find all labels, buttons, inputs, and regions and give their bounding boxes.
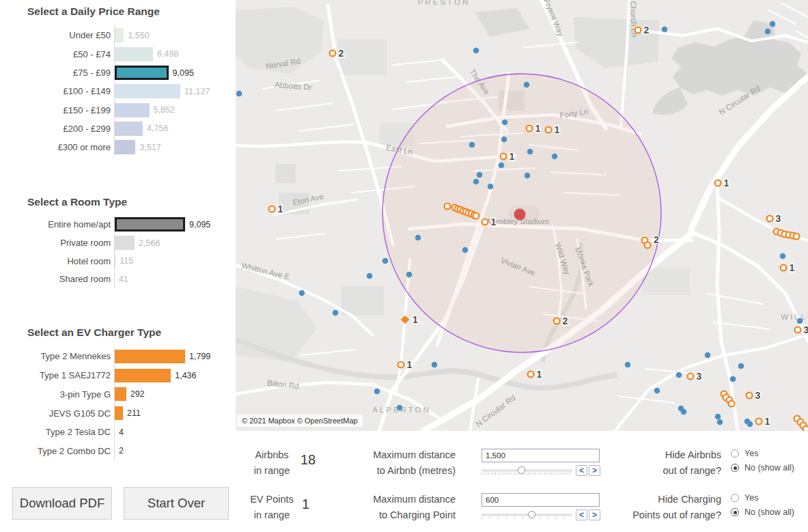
- hide-charging-no-radio[interactable]: [731, 508, 739, 516]
- airbnb-dot[interactable]: [477, 172, 483, 178]
- airbnb-dot[interactable]: [502, 120, 508, 126]
- map[interactable]: PRESTONFryent WayChurch LnNorval RdAbbot…: [236, 0, 808, 431]
- bar[interactable]: [115, 236, 135, 250]
- airbnb-dot[interactable]: [473, 179, 479, 185]
- ev-charge-point[interactable]: [794, 234, 800, 240]
- max-distance-charging-input[interactable]: [482, 493, 600, 507]
- ev-charge-point[interactable]: [445, 204, 451, 210]
- max-distance-airbnb-input[interactable]: [482, 449, 600, 462]
- airbnb-dot[interactable]: [676, 372, 682, 378]
- airbnb-dot[interactable]: [738, 363, 744, 369]
- ev-charge-point[interactable]: [715, 180, 721, 186]
- hide-charging-yes-label[interactable]: Yes: [744, 493, 758, 503]
- airbnb-dot[interactable]: [236, 91, 242, 97]
- ev-charge-point[interactable]: [781, 265, 787, 271]
- bar[interactable]: [115, 406, 123, 420]
- ev-charge-point[interactable]: [767, 216, 773, 222]
- airbnb-dot[interactable]: [717, 419, 723, 425]
- airbnb-dot[interactable]: [462, 247, 469, 253]
- airbnb-dot[interactable]: [552, 154, 558, 160]
- airbnb-dot[interactable]: [662, 27, 668, 33]
- airbnb-dot[interactable]: [527, 149, 533, 155]
- hide-airbnbs-no-label[interactable]: No (show all): [744, 463, 794, 473]
- ev-charge-point[interactable]: [803, 426, 808, 431]
- ev-charge-point[interactable]: [795, 327, 801, 333]
- slider-thumb[interactable]: [528, 511, 535, 518]
- airbnb-dot[interactable]: [488, 184, 494, 190]
- airbnb-dot[interactable]: [499, 163, 505, 169]
- airbnb-dot[interactable]: [367, 273, 373, 279]
- airbnb-dot[interactable]: [432, 362, 438, 368]
- ev-diamond-marker[interactable]: [401, 316, 410, 324]
- airbnb-dot[interactable]: [382, 258, 389, 264]
- hide-airbnbs-yes-radio[interactable]: [731, 449, 739, 458]
- bar[interactable]: [115, 369, 171, 382]
- ev-charge-point[interactable]: [528, 372, 534, 378]
- ev-charge-point[interactable]: [546, 127, 552, 133]
- airbnb-dot[interactable]: [765, 29, 771, 35]
- airbnb-dot[interactable]: [770, 21, 776, 27]
- airbnb-dot[interactable]: [715, 414, 721, 420]
- airbnb-dot[interactable]: [654, 388, 660, 394]
- ev-charge-point[interactable]: [635, 27, 641, 33]
- bar[interactable]: [115, 47, 153, 61]
- bar[interactable]: [115, 66, 169, 80]
- slider-increment-button[interactable]: >: [589, 465, 600, 476]
- airbnb-dot[interactable]: [625, 362, 631, 368]
- hide-airbnbs-no-radio[interactable]: [731, 464, 739, 472]
- bar[interactable]: [115, 84, 180, 98]
- slider-track[interactable]: [482, 514, 572, 516]
- ev-charge-point[interactable]: [398, 362, 404, 368]
- airbnb-dot[interactable]: [501, 137, 507, 143]
- hide-charging-no-label[interactable]: No (show all): [744, 507, 794, 517]
- ev-charge-point[interactable]: [756, 419, 762, 425]
- airbnb-dot[interactable]: [780, 253, 786, 260]
- hide-airbnbs-yes-label[interactable]: Yes: [744, 449, 758, 458]
- ev-charge-point[interactable]: [473, 213, 479, 219]
- airbnb-dot[interactable]: [473, 48, 479, 54]
- max-distance-airbnb-slider[interactable]: [482, 466, 572, 476]
- airbnb-dot[interactable]: [730, 376, 736, 382]
- ev-charge-point[interactable]: [645, 242, 651, 249]
- ev-charge-point[interactable]: [688, 374, 694, 380]
- slider-decrement-button[interactable]: <: [576, 465, 587, 476]
- bar[interactable]: [115, 350, 185, 363]
- airbnb-dot[interactable]: [797, 318, 803, 324]
- bar[interactable]: [115, 103, 150, 117]
- bar[interactable]: [115, 254, 115, 268]
- max-distance-charging-slider[interactable]: [482, 511, 572, 520]
- slider-increment-button[interactable]: >: [589, 509, 600, 520]
- airbnb-dot[interactable]: [333, 310, 339, 316]
- airbnb-dot[interactable]: [681, 409, 687, 415]
- hide-charging-yes-radio[interactable]: [731, 494, 739, 502]
- airbnb-dot[interactable]: [747, 421, 753, 428]
- airbnb-dot[interactable]: [525, 173, 531, 179]
- ev-charge-point[interactable]: [729, 401, 735, 407]
- slider-thumb[interactable]: [518, 466, 525, 474]
- bar[interactable]: [115, 140, 135, 154]
- airbnb-dot[interactable]: [397, 405, 403, 411]
- slider-track[interactable]: [482, 469, 572, 472]
- ev-charge-point[interactable]: [482, 219, 488, 225]
- ev-charge-point[interactable]: [501, 154, 507, 160]
- airbnb-dot[interactable]: [406, 272, 413, 278]
- start-over-button[interactable]: Start Over: [124, 487, 229, 520]
- bar[interactable]: [115, 217, 185, 232]
- ev-charge-point[interactable]: [747, 393, 753, 399]
- ev-charge-point[interactable]: [527, 126, 533, 132]
- center-location-marker[interactable]: [514, 209, 526, 221]
- airbnb-dot[interactable]: [469, 142, 475, 148]
- airbnb-dot[interactable]: [705, 352, 711, 359]
- bar[interactable]: [115, 387, 126, 401]
- ev-charge-point[interactable]: [269, 206, 275, 212]
- bar[interactable]: [115, 28, 124, 42]
- bar[interactable]: [115, 122, 143, 136]
- download-pdf-button[interactable]: Download PDF: [12, 487, 112, 520]
- slider-decrement-button[interactable]: <: [576, 509, 587, 520]
- ev-charge-point[interactable]: [554, 318, 560, 324]
- airbnb-dot[interactable]: [374, 389, 380, 395]
- airbnb-dot[interactable]: [299, 290, 305, 296]
- airbnb-dot[interactable]: [415, 235, 421, 241]
- ev-charge-point[interactable]: [330, 51, 336, 57]
- airbnb-dot[interactable]: [524, 82, 530, 88]
